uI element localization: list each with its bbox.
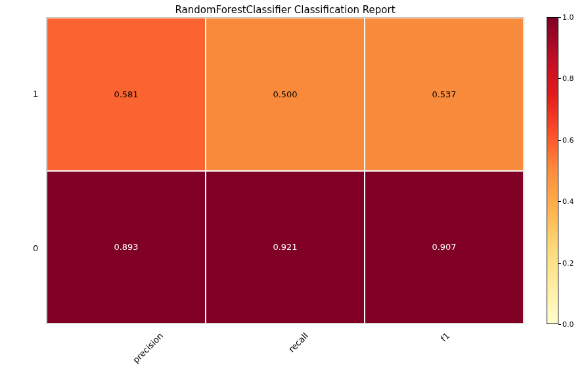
y-tick-label: 1 <box>33 89 38 99</box>
colorbar-tick-label: 0.2 <box>562 258 574 267</box>
colorbar-tick <box>558 263 561 264</box>
classification-report-chart: RandomForestClassifier Classification Re… <box>0 0 588 384</box>
y-tick-label: 0 <box>33 243 38 253</box>
heatmap-cell: 0.500 <box>206 18 365 171</box>
heatmap-row: 0.893 0.921 0.907 <box>47 171 524 324</box>
colorbar-tick <box>558 78 561 79</box>
x-tick-label: f1 <box>439 331 452 344</box>
heatmap-cell: 0.537 <box>365 18 524 171</box>
heatmap-cell: 0.893 <box>47 171 206 324</box>
heatmap-cell: 0.581 <box>47 18 206 171</box>
colorbar-tick-label: 0.4 <box>562 197 574 206</box>
heatmap-row: 0.581 0.500 0.537 <box>47 18 524 171</box>
heatmap-cell: 0.907 <box>365 171 524 324</box>
colorbar-tick <box>558 324 561 325</box>
chart-title: RandomForestClassifier Classification Re… <box>46 4 524 16</box>
colorbar-tick-label: 1.0 <box>562 13 574 22</box>
x-tick-label: recall <box>286 331 310 354</box>
colorbar-tick <box>558 201 561 202</box>
colorbar-tick <box>558 17 561 18</box>
heatmap-grid: 0.581 0.500 0.537 0.893 0.921 0.907 <box>46 17 524 324</box>
colorbar-tick-label: 0.0 <box>562 320 574 329</box>
colorbar-tick-label: 0.8 <box>562 74 574 83</box>
colorbar-tick <box>558 140 561 141</box>
heatmap-cell: 0.921 <box>206 171 365 324</box>
colorbar-tick-label: 0.6 <box>562 135 574 144</box>
x-tick-label: precision <box>131 331 165 365</box>
colorbar <box>547 17 558 324</box>
